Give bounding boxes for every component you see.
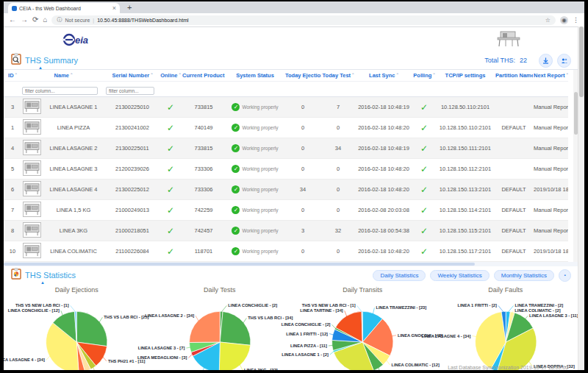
row-partition: DEFAULT xyxy=(495,200,533,221)
polling-check-icon: ✓ xyxy=(412,180,436,200)
row-partition xyxy=(495,97,533,118)
sort-caret-icon[interactable]: ˆ xyxy=(352,73,354,78)
export-button[interactable] xyxy=(539,54,553,68)
pie-slice-label: LINEA MEDAGLIONI - [3] xyxy=(137,355,187,360)
status-ok-icon: ✓ xyxy=(232,227,240,235)
sort-caret-icon[interactable]: ˆ xyxy=(397,73,398,78)
pie-slice-label: THS VS NEW LAB RCI - [1] xyxy=(302,303,356,308)
sort-caret-icon[interactable]: ˆ xyxy=(567,73,568,78)
sort-caret-icon[interactable]: ˆ xyxy=(179,73,181,78)
pie-slice-label: LINEA LASAGNE 3 - [11] xyxy=(529,313,578,318)
status-ok-icon: ✓ xyxy=(232,185,240,193)
row-tcpip: 10.128.150.117:2101 xyxy=(436,241,495,262)
back-icon[interactable]: ← xyxy=(9,16,16,24)
total-ths-label: Total THS: xyxy=(484,57,515,64)
row-name: LINEA PIZZA xyxy=(42,118,105,138)
row-last-sync: 2016-02-18 00:54:38 xyxy=(355,221,412,241)
users-icon xyxy=(561,57,568,64)
column-header-name[interactable]: Nameˆ xyxy=(21,70,105,82)
column-header-partition-name[interactable]: Partition Nameˆ xyxy=(495,70,533,82)
column-header-next-report[interactable]: Next Reportˆ xyxy=(533,70,568,82)
horizontal-scrollbar-thumb[interactable] xyxy=(4,263,475,266)
row-tcpip: 10.128.150.110:2101 xyxy=(436,118,495,138)
machine-thumbnail xyxy=(21,118,42,138)
sort-caret-icon[interactable]: ˆ xyxy=(15,73,17,78)
row-today-test: 0 xyxy=(321,159,355,180)
pie-slice-label: LINEA CONCHIGLIE - [12] xyxy=(8,308,60,313)
table-row[interactable]: 5LINEA LASAGNE 321200239026✓733306✓Worki… xyxy=(4,159,568,180)
row-system-status: ✓Working properly xyxy=(226,241,284,262)
summary-table: IDˆNameˆSerial NumberˆOnlineˆCurrent Pro… xyxy=(4,70,568,262)
browser-menu-icon[interactable]: ⋮ xyxy=(573,16,579,24)
pie-slice-label: LINEA COLIMATIC - [2] xyxy=(514,308,560,313)
row-partition: DEFAULT xyxy=(495,221,533,241)
column-header-id[interactable]: IDˆ xyxy=(4,70,21,82)
daily-statistics-button[interactable]: Daily Statistics xyxy=(373,270,426,281)
table-row[interactable]: 6LINEA LASAGNE 421300225012✓733306✓Worki… xyxy=(4,180,568,200)
pie-chart-daily-transits: Daily TransitsLINEA TRAMEZZINI - [23]LIN… xyxy=(291,284,434,370)
row-current-product: 733306 xyxy=(182,159,226,180)
machine-thumbnail xyxy=(21,200,42,221)
online-check-icon: ✓ xyxy=(159,200,182,221)
table-row[interactable]: 3LINEA LASAGNE 121300225010✓733815✓Worki… xyxy=(4,97,568,118)
row-id: 7 xyxy=(4,200,21,221)
column-header-tcp-ip-settings[interactable]: TCP/IP settings xyxy=(436,70,495,82)
row-name: LINEA 1,5 KG xyxy=(42,200,105,221)
sort-caret-icon[interactable]: ˆ xyxy=(151,73,152,78)
row-system-status: ✓Working properly xyxy=(226,138,284,159)
pie-slice-label: LINEA TRAMEZZINI - [23] xyxy=(376,305,426,310)
info-icon[interactable]: ⓘ xyxy=(57,16,62,24)
svg-text:eia: eia xyxy=(75,35,88,46)
new-tab-button[interactable]: + xyxy=(127,2,132,13)
reload-icon[interactable]: ⟳ xyxy=(32,16,38,24)
row-id: 3 xyxy=(4,97,21,118)
column-header-current-product[interactable]: Current Productˆ xyxy=(182,70,226,82)
row-name: LINEA LASAGNE 3 xyxy=(42,159,105,180)
pie-chart-daily-faults: Daily FaultsLINEA TRAMEZZINI - [2]LINEA … xyxy=(434,284,578,370)
home-icon[interactable]: ⌂ xyxy=(43,16,47,24)
table-row[interactable]: 7LINEA 1,5 KG21000249013✓742259✓Working … xyxy=(4,200,568,221)
total-ths-value: 22 xyxy=(520,57,527,64)
browser-tab[interactable]: CEIA - ths Web Dashboard × xyxy=(8,3,120,13)
table-row[interactable]: 10LINEA COLIMATIC21100226084✓118701✓Work… xyxy=(4,241,568,262)
column-header-online[interactable]: Onlineˆ xyxy=(159,70,182,82)
column-header-system-status[interactable]: System Status xyxy=(226,70,284,82)
table-row[interactable]: 8LINEA 3KG21000218051✓742457✓Working pro… xyxy=(4,221,568,241)
bookmark-star-icon[interactable]: ☆ xyxy=(545,17,551,24)
pie-slice[interactable] xyxy=(76,311,107,346)
pie-slice-label: LINEA LASAGNE 4 - [34] xyxy=(4,358,45,362)
statistics-more-button[interactable]: ▪ xyxy=(559,269,571,282)
column-header-today-ejection[interactable]: Today Ejectionˆ xyxy=(284,70,321,82)
row-partition xyxy=(495,138,533,159)
tab-close-icon[interactable]: × xyxy=(112,5,116,12)
table-row[interactable]: 1LINEA PIZZA21300241002✓740149✓Working p… xyxy=(4,118,568,138)
serial-filter-input[interactable] xyxy=(106,87,154,95)
machine-thumbnail xyxy=(21,138,42,159)
table-row[interactable]: 4LINEA LASAGNE 221300225011✓733815✓Worki… xyxy=(4,138,568,159)
column-header-last-sync[interactable]: Last Syncˆ xyxy=(355,70,412,82)
forward-icon[interactable]: → xyxy=(21,16,28,24)
sort-caret-icon[interactable]: ˆ xyxy=(71,73,72,78)
address-bar[interactable]: ⓘ Not secure | 10.50.45:8888/THSWebDashb… xyxy=(51,15,556,25)
status-ok-icon: ✓ xyxy=(232,165,240,173)
row-last-sync: 2016-02-08 20:03:08 xyxy=(355,200,412,221)
machine-thumbnail xyxy=(21,97,42,118)
monthly-statistics-button[interactable]: Monthly Statistics xyxy=(494,270,554,281)
browser-scrollbar[interactable] xyxy=(578,26,584,370)
row-system-status: ✓Working properly xyxy=(226,180,284,200)
column-header-serial-number[interactable]: Serial Numberˆ xyxy=(105,70,159,82)
status-ok-icon: ✓ xyxy=(232,206,240,214)
pie-slice[interactable] xyxy=(219,342,250,370)
name-filter-input[interactable] xyxy=(22,87,98,95)
column-header-polling[interactable]: Pollingˆ xyxy=(412,70,436,82)
row-tcpip: 10.128.150.113:2101 xyxy=(436,180,495,200)
download-icon xyxy=(542,57,549,64)
browser-scrollbar-thumb[interactable] xyxy=(579,26,584,97)
sort-caret-icon[interactable]: ˆ xyxy=(433,73,434,78)
profile-icon[interactable]: ◉ xyxy=(560,16,568,24)
users-button[interactable] xyxy=(557,54,571,68)
weekly-statistics-button[interactable]: Weekly Statistics xyxy=(430,270,489,281)
row-current-product: 742259 xyxy=(182,200,226,221)
column-header-today-test[interactable]: Today Testˆ xyxy=(321,70,355,82)
pie-slice[interactable] xyxy=(220,311,251,345)
